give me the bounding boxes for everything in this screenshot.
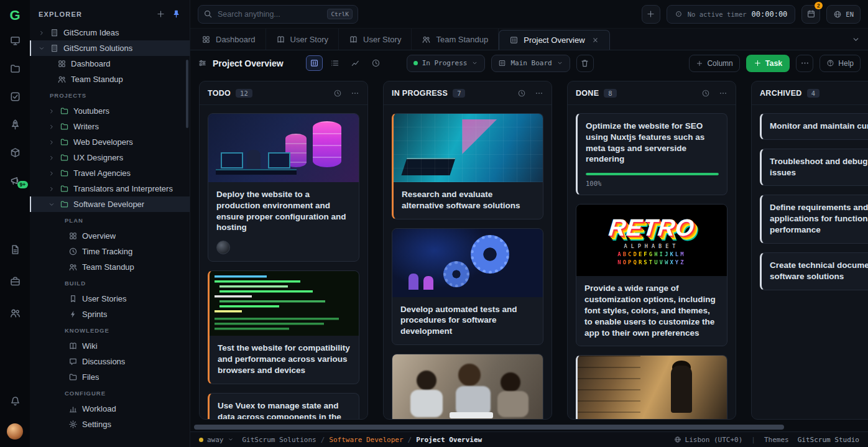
- products-box-icon[interactable]: [9, 147, 21, 159]
- statusbar-divider: |: [751, 436, 755, 444]
- tab-team-standup[interactable]: Team Standup: [412, 29, 499, 50]
- sidebar-project-travel-agencies[interactable]: Travel Agencies: [30, 165, 190, 181]
- sidebar-item-wiki[interactable]: Wiki: [30, 338, 190, 354]
- sidebar-item-label: GitScrum Ideas: [63, 28, 119, 37]
- board-view-button[interactable]: [306, 55, 323, 71]
- rocket-icon[interactable]: [9, 119, 21, 131]
- tab-user-story-2[interactable]: User Story: [339, 29, 412, 50]
- task-card[interactable]: Collaborate with stakeholders to ensure …: [392, 354, 543, 419]
- column-timer-icon[interactable]: [701, 89, 710, 98]
- pin-sidebar-icon[interactable]: [172, 9, 181, 19]
- task-card[interactable]: Research and evaluate alternative softwa…: [392, 113, 543, 219]
- projects-section-label: PROJECTS: [30, 87, 190, 103]
- column-count-badge: 7: [453, 89, 465, 98]
- more-options-button[interactable]: [796, 55, 813, 72]
- notification-count-badge: 9+: [17, 181, 29, 188]
- sidebar-project-web-developers[interactable]: Web Developers: [30, 134, 190, 150]
- task-card[interactable]: Troubleshoot and debug app issues: [760, 149, 868, 187]
- close-tab-icon[interactable]: [591, 36, 599, 44]
- sidebar-item-gitscrum-ideas[interactable]: GitScrum Ideas: [30, 25, 190, 40]
- column-timer-icon[interactable]: [333, 89, 342, 98]
- help-button[interactable]: Help: [820, 55, 861, 72]
- sidebar-scrollbar[interactable]: [186, 60, 188, 128]
- sidebar-item-workload[interactable]: Workload: [30, 401, 190, 417]
- task-card[interactable]: Optimize the website for SEO using Nuxtj…: [576, 113, 727, 195]
- add-task-button[interactable]: Task: [746, 55, 790, 72]
- sidebar-item-team-standup[interactable]: Team Standup: [30, 71, 190, 87]
- breadcrumb-page[interactable]: Project Overview: [416, 436, 482, 444]
- task-card[interactable]: Deploy the website to a production envir…: [208, 113, 359, 262]
- task-card[interactable]: Define requirements and eva applications…: [760, 195, 868, 243]
- tab-project-overview[interactable]: Project Overview: [499, 30, 609, 50]
- sidebar-item-settings[interactable]: Settings: [30, 417, 190, 432]
- breadcrumb-project[interactable]: Software Developer: [329, 436, 403, 444]
- timezone-selector[interactable]: Lisbon (UTC+0): [674, 436, 743, 444]
- documents-icon[interactable]: [9, 244, 21, 256]
- sidebar-item-label: Overview: [82, 231, 116, 241]
- task-card[interactable]: Develop automated tests and procedures f…: [392, 228, 543, 345]
- tasks-icon[interactable]: [9, 91, 21, 103]
- gitscrum-logo[interactable]: G: [6, 6, 24, 25]
- language-selector[interactable]: EN: [826, 5, 861, 24]
- scrollbar-thumb[interactable]: [194, 425, 784, 430]
- sidebar-item-gitscrum-solutions[interactable]: GitScrum Solutions: [30, 40, 190, 56]
- task-card[interactable]: RETRO ALPHABET ABCDEFGHIJKLM NOPQRSTUVWX…: [576, 204, 727, 346]
- column-timer-icon[interactable]: [517, 89, 526, 98]
- board-selector-dropdown[interactable]: Main Board: [491, 55, 570, 72]
- media-icon[interactable]: [9, 35, 21, 47]
- projects-folder-icon[interactable]: [9, 63, 21, 75]
- task-card[interactable]: Maintain and troubleshoot software compo…: [576, 355, 727, 419]
- add-workspace-icon[interactable]: [156, 9, 165, 19]
- book-icon: [349, 35, 358, 44]
- column-menu-icon[interactable]: [719, 89, 727, 98]
- presence-selector[interactable]: away: [199, 436, 234, 444]
- global-search[interactable]: CtrlK: [198, 5, 358, 24]
- sidebar-item-sprints[interactable]: Sprints: [30, 306, 190, 322]
- user-avatar[interactable]: [7, 423, 23, 440]
- sidebar-item-dashboard[interactable]: Dashboard: [30, 56, 190, 71]
- sidebar-item-user-stories[interactable]: User Stories: [30, 291, 190, 306]
- sidebar-item-team-standup-plan[interactable]: Team Standup: [30, 259, 190, 275]
- delete-board-button[interactable]: [576, 55, 594, 72]
- announcements-button[interactable]: 9+: [9, 175, 21, 187]
- task-card[interactable]: Test the website for compatibility and p…: [208, 270, 359, 384]
- sidebar-project-youtubers[interactable]: Youtubers: [30, 103, 190, 119]
- sidebar-item-label: Software Developer: [73, 200, 144, 209]
- themes-link[interactable]: Themes: [764, 436, 789, 444]
- breadcrumb: GitScrum Solutions / Software Developer …: [242, 436, 482, 444]
- status-filter-dropdown[interactable]: In Progress: [407, 55, 486, 72]
- notifications-bell-icon[interactable]: [9, 395, 21, 407]
- sidebar-project-writers[interactable]: Writers: [30, 119, 190, 134]
- breadcrumb-workspace[interactable]: GitScrum Solutions: [242, 436, 316, 444]
- portfolio-icon[interactable]: [9, 275, 21, 287]
- chart-view-button[interactable]: [347, 55, 364, 71]
- team-icon[interactable]: [9, 307, 21, 319]
- assignee-avatar[interactable]: [216, 241, 230, 254]
- tab-user-story-1[interactable]: User Story: [266, 29, 339, 50]
- task-card[interactable]: Monitor and maintain curren: [760, 113, 868, 140]
- column-menu-icon[interactable]: [535, 89, 543, 98]
- tab-overflow-chevron-icon[interactable]: [851, 35, 861, 44]
- timer-widget[interactable]: No active timer 00:00:00: [667, 5, 796, 24]
- sidebar-project-ux-designers[interactable]: UX Designers: [30, 150, 190, 165]
- task-card[interactable]: Create technical documentat software sol…: [760, 252, 868, 290]
- sidebar-project-software-developer[interactable]: Software Developer: [30, 196, 190, 212]
- column-menu-icon[interactable]: [351, 89, 359, 98]
- users-icon: [57, 75, 67, 84]
- tab-dashboard[interactable]: Dashboard: [192, 29, 266, 50]
- sidebar-project-translators[interactable]: Translators and Interpreters: [30, 181, 190, 196]
- calendar-button[interactable]: 2: [801, 5, 820, 24]
- task-card[interactable]: Use Vuex to manage state and data across…: [208, 393, 359, 419]
- sidebar-item-time-tracking[interactable]: Time Tracking: [30, 244, 190, 259]
- sidebar-item-discussions[interactable]: Discussions: [30, 354, 190, 369]
- ellipsis-icon: [800, 58, 810, 68]
- add-column-button[interactable]: Column: [689, 55, 739, 72]
- sidebar-item-files[interactable]: Files: [30, 369, 190, 385]
- quick-add-button[interactable]: [642, 5, 660, 24]
- gitscrum-studio-link[interactable]: GitScrum Studio: [798, 436, 859, 444]
- time-view-button[interactable]: [367, 55, 384, 71]
- list-view-button[interactable]: [326, 55, 343, 71]
- board-horizontal-scrollbar[interactable]: [194, 424, 864, 430]
- search-input[interactable]: [218, 10, 322, 19]
- sidebar-item-overview[interactable]: Overview: [30, 228, 190, 244]
